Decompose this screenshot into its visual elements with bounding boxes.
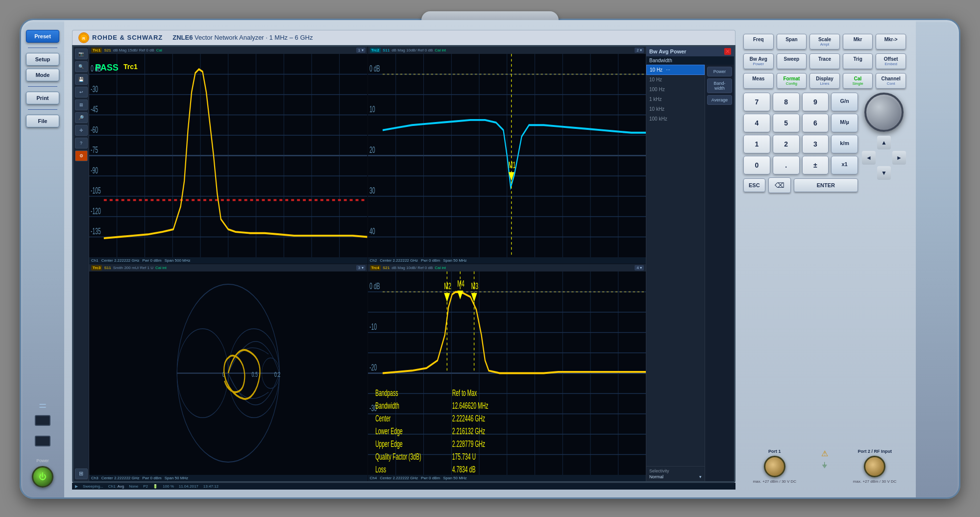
key-x1[interactable]: x1 (831, 156, 858, 174)
bw-item-1khz[interactable]: 1 kHz (646, 95, 705, 104)
mkr-button[interactable]: Mkr (843, 34, 873, 49)
svg-text:0.2: 0.2 (274, 370, 280, 378)
key-4[interactable]: 4 (743, 114, 770, 132)
svg-text:-20: -20 (369, 363, 376, 372)
average-btn[interactable]: Average (707, 95, 732, 105)
bw-content: 10 Hz ⋯ 10 Hz 100 Hz 1 kHz 10 kHz 100 kH… (646, 65, 734, 481)
key-km[interactable]: k/m (831, 135, 858, 153)
rs-logo: R (78, 32, 89, 43)
status-bar: ▶ Sweeping... Ch1: Avg None P2 🔋 100 % 1… (72, 483, 735, 490)
rotary-knob[interactable] (864, 93, 904, 132)
chart-body-3[interactable]: 0.2 0.5 0 (89, 271, 368, 475)
nav-left-button[interactable]: ◄ (862, 151, 876, 165)
bw-item-10khz[interactable]: 10 kHz (646, 104, 705, 114)
chart-svg-1: 0 dB -30 -45 -60 -75 -90 -105 -120 -135 (89, 54, 368, 257)
format-2: dB Mag 10dB/ Ref 0 dB (392, 48, 433, 52)
display-lines-button[interactable]: DisplayLines (809, 73, 840, 89)
power-button[interactable]: ⏻ (32, 466, 53, 488)
port2-connector[interactable] (864, 456, 885, 477)
key-mu[interactable]: M/µ (831, 114, 858, 132)
numpad: 7 8 9 G/n 4 5 6 M/µ 1 2 3 k/m 0 . (743, 93, 858, 174)
zoom-in-icon[interactable]: 🔍 (75, 61, 88, 72)
trace-button[interactable]: Trace (809, 53, 840, 69)
setup-button[interactable]: Setup (26, 53, 59, 66)
key-dot[interactable]: . (773, 156, 800, 174)
bw-item-10hz[interactable]: 10 Hz (646, 75, 705, 85)
offset-embed-button[interactable]: OffsetEmbed (876, 53, 906, 69)
key-6[interactable]: 6 (802, 114, 829, 132)
key-0[interactable]: 0 (743, 156, 770, 174)
bw-avg-power-button[interactable]: Bw AvgPower (743, 53, 774, 69)
save-icon[interactable]: 💾 (75, 74, 88, 85)
bw-close-button[interactable]: ✕ (724, 48, 731, 55)
cursor-icon[interactable]: ✛ (75, 125, 88, 136)
enter-button[interactable]: ENTER (794, 178, 858, 192)
bw-panel: Bw Avg Power ✕ Bandwidth 10 Hz ⋯ 10 Hz 1… (646, 47, 734, 481)
bw-item-100hz[interactable]: 100 Hz (646, 85, 705, 95)
svg-text:Ref to Max: Ref to Max (452, 388, 477, 398)
file-button[interactable]: File (26, 115, 59, 127)
nav-right-button[interactable]: ► (892, 151, 906, 165)
bw-item-10hz-active[interactable]: 10 Hz ⋯ (646, 65, 705, 75)
main-screen: 📷 🔍 💾 ↩ ⊞ 🔎 ✛ ? ⚙ ⊞ (72, 45, 735, 483)
cal-single-button[interactable]: CalSingle (843, 73, 873, 89)
screen-area: R ROHDE & SCHWARZ ZNLE6 Vector Network A… (72, 30, 735, 490)
key-gn[interactable]: G/n (831, 93, 858, 111)
nav-down-button[interactable]: ▼ (877, 166, 891, 180)
svg-text:-105: -105 (91, 186, 101, 196)
usb-port-1[interactable] (35, 415, 50, 426)
svg-text:10: 10 (369, 104, 375, 114)
ch-num-3: 3 ▾ (356, 265, 366, 271)
scale-ampt-button[interactable]: ScaleAmpt (809, 34, 840, 49)
channel-cont-button[interactable]: ChannelCont (876, 73, 906, 89)
esc-button[interactable]: ESC (743, 178, 765, 192)
selectivity-section: Selectivity Normal ▾ (646, 466, 705, 481)
func-row-3: Meas FormatConfig DisplayLines CalSingle… (743, 73, 906, 89)
port2-label: Port 2 / RF Input (858, 449, 892, 454)
key-3[interactable]: 3 (802, 135, 829, 153)
trig-button[interactable]: Trig (843, 53, 873, 69)
mode-button[interactable]: Mode (26, 69, 59, 81)
port1-connector[interactable] (764, 456, 785, 477)
key-9[interactable]: 9 (802, 93, 829, 111)
selectivity-label: Selectivity (649, 468, 702, 473)
bw-title: Bw Avg Power (649, 49, 686, 54)
port1-label: Port 1 (768, 449, 781, 454)
camera-icon[interactable]: 📷 (75, 49, 88, 59)
windows-icon[interactable]: ⊞ (75, 468, 88, 479)
grid-icon[interactable]: ⊞ (75, 99, 88, 110)
selectivity-dropdown[interactable]: ▾ (699, 474, 702, 479)
key-2[interactable]: 2 (773, 135, 800, 153)
key-5[interactable]: 5 (773, 114, 800, 132)
help-icon[interactable]: ? (75, 138, 88, 148)
backspace-button[interactable]: ⌫ (768, 177, 791, 193)
bw-item-100khz[interactable]: 100 kHz (646, 114, 705, 124)
freq-button[interactable]: Freq (743, 34, 774, 49)
zoom-icon[interactable]: 🔎 (75, 112, 88, 123)
chart-body-4[interactable]: 0 dB -10 -20 -30 (368, 271, 646, 475)
nav-up-button[interactable]: ▲ (877, 136, 891, 149)
chart-body-1[interactable]: PASS Trc1 (89, 54, 368, 257)
print-button[interactable]: Print (26, 92, 59, 104)
key-1[interactable]: 1 (743, 135, 770, 153)
chart-body-2[interactable]: M1 2.223222 GHz -39.6736 dB (368, 54, 646, 257)
preset-button[interactable]: Preset (26, 30, 59, 43)
sweep-button[interactable]: Sweep (777, 53, 807, 69)
brand-bar: R ROHDE & SCHWARZ ZNLE6 Vector Network A… (72, 30, 735, 45)
span-button[interactable]: Span (777, 34, 807, 49)
settings-icon[interactable]: ⚙ (75, 150, 88, 161)
key-8[interactable]: 8 (773, 93, 800, 111)
meas-button[interactable]: Meas (743, 73, 774, 89)
svg-text:2.216132 GHz: 2.216132 GHz (452, 426, 485, 436)
format-config-button[interactable]: FormatConfig (777, 73, 807, 89)
bandwidth-btn[interactable]: Band-width (707, 78, 732, 93)
usb-icon: ⚌ (39, 399, 47, 410)
param-2: S11 (383, 48, 390, 52)
back-icon[interactable]: ↩ (75, 87, 88, 98)
key-7[interactable]: 7 (743, 93, 770, 111)
key-pm[interactable]: ± (802, 156, 829, 174)
power-btn[interactable]: Power (707, 67, 732, 76)
mkr-arrow-button[interactable]: Mkr-> (876, 34, 906, 49)
usb-port-2[interactable] (35, 436, 50, 446)
svg-text:0 dB: 0 dB (369, 281, 380, 291)
